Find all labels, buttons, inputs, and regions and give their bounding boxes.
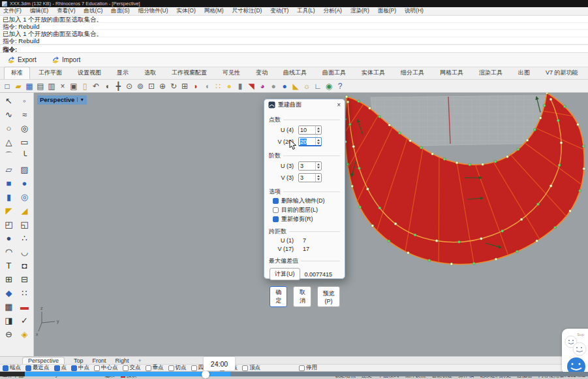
toolbar-tab[interactable]: 工作平面 bbox=[31, 67, 69, 79]
hatch-icon[interactable]: ▦ bbox=[1, 300, 17, 314]
point-count-v-input[interactable]: 20 bbox=[298, 137, 322, 146]
open-file-icon[interactable]: ▰ bbox=[13, 81, 23, 91]
solid-tools-icon[interactable]: ◆ bbox=[1, 286, 17, 300]
annotation-dot-icon[interactable]: ◘ bbox=[17, 259, 33, 272]
u-spinner[interactable] bbox=[315, 126, 321, 134]
lamp-icon[interactable]: ● bbox=[224, 81, 234, 91]
ellipse-icon[interactable]: ◎ bbox=[17, 122, 33, 135]
arc-icon[interactable]: ⌒ bbox=[1, 149, 17, 163]
polyline-icon[interactable]: △ bbox=[1, 135, 17, 149]
color-wheel-icon[interactable]: ◕ bbox=[257, 81, 268, 91]
copy-icon[interactable]: ▣ bbox=[69, 81, 79, 91]
render-globe-icon[interactable]: ◉ bbox=[324, 81, 334, 91]
fillet-edge-icon[interactable]: ◰ bbox=[1, 218, 17, 231]
pan-hand-icon[interactable]: ◖ bbox=[102, 81, 112, 91]
menu-item[interactable]: 说明(H) bbox=[405, 7, 424, 15]
sphere-icon[interactable]: ● bbox=[17, 176, 33, 190]
degree-v-spinner[interactable] bbox=[315, 174, 321, 182]
export-button[interactable]: Export bbox=[7, 56, 37, 64]
menu-item[interactable]: 文件(F) bbox=[3, 7, 22, 15]
undo-icon[interactable]: ↶ bbox=[91, 81, 101, 91]
delete-icon[interactable]: × bbox=[57, 81, 68, 91]
option-checkbox[interactable] bbox=[273, 216, 279, 222]
menu-item[interactable]: 工具(L) bbox=[297, 7, 315, 15]
menu-item[interactable]: 渲染(R) bbox=[350, 7, 369, 15]
rebuild-curve-icon[interactable]: ◡ bbox=[17, 245, 33, 259]
box-icon[interactable]: ■ bbox=[1, 176, 17, 190]
save-icon[interactable]: ▦ bbox=[24, 81, 35, 91]
toolbar-tab[interactable]: 可见性 bbox=[215, 67, 247, 79]
move-icon[interactable]: ╋ bbox=[113, 81, 123, 91]
zoom-extents-icon[interactable]: ⊕ bbox=[157, 81, 168, 91]
rendered-viewport-icon[interactable]: ● bbox=[279, 81, 290, 91]
viewport-title[interactable]: Perspective ▼ bbox=[37, 95, 87, 105]
dialog-option[interactable]: 删除输入物件(D) bbox=[269, 196, 340, 205]
help-icon[interactable]: ? bbox=[335, 81, 345, 91]
new-file-icon[interactable]: □ bbox=[2, 81, 12, 91]
osnap-disable-checkbox[interactable] bbox=[299, 365, 305, 371]
pipe-icon[interactable]: ◎ bbox=[17, 190, 33, 204]
point-icon[interactable]: ◦ bbox=[17, 94, 33, 108]
osnap-checkbox[interactable] bbox=[3, 365, 8, 371]
menu-item[interactable]: 曲线(C) bbox=[84, 7, 103, 15]
osnap-checkbox[interactable] bbox=[54, 365, 60, 371]
rotate-3d-icon[interactable]: ⊖ bbox=[1, 327, 17, 341]
flag-icon[interactable]: ◣ bbox=[290, 81, 301, 91]
menu-item[interactable]: 网格(M) bbox=[204, 7, 224, 15]
osnap-checkbox[interactable] bbox=[25, 365, 31, 371]
boolean-union-icon[interactable]: ● bbox=[1, 231, 17, 245]
toolbar-tab[interactable]: 工作视窗配置 bbox=[164, 67, 214, 79]
selected-value[interactable]: 20 bbox=[300, 139, 307, 145]
toolbar-tab[interactable]: 网格工具 bbox=[433, 67, 471, 79]
video-progress-bar[interactable] bbox=[0, 372, 588, 376]
menu-item[interactable]: 尺寸标注(D) bbox=[232, 7, 262, 15]
viewport-tab[interactable]: Front bbox=[93, 357, 106, 364]
copy-view-icon[interactable]: ▥ bbox=[46, 81, 57, 91]
extrude-icon[interactable]: ◤ bbox=[1, 204, 17, 218]
paste-icon[interactable]: ▯ bbox=[80, 81, 90, 91]
check-icon[interactable]: ✓ bbox=[17, 314, 33, 327]
menu-item[interactable]: 编辑(E) bbox=[30, 7, 48, 15]
osnap-checkbox[interactable] bbox=[94, 365, 100, 371]
osnap-checkbox[interactable] bbox=[191, 365, 197, 371]
degree-v-input[interactable]: 3 bbox=[298, 173, 322, 182]
v-spinner[interactable] bbox=[315, 138, 321, 145]
viewport-tab[interactable]: Perspective bbox=[22, 357, 65, 364]
toolbar-tab[interactable]: 标准 bbox=[4, 67, 30, 79]
toolbar-tab[interactable]: 显示 bbox=[110, 67, 136, 79]
menu-item[interactable]: 分析(A) bbox=[324, 7, 342, 15]
arc-tools-icon[interactable]: ◠ bbox=[1, 245, 17, 259]
osnap-checkbox[interactable] bbox=[123, 365, 129, 371]
menu-item[interactable]: 实体(O) bbox=[177, 7, 196, 15]
gumball-icon[interactable]: ◈ bbox=[17, 327, 33, 341]
menu-item[interactable]: 变动(T) bbox=[270, 7, 288, 15]
array-icon[interactable]: ∷ bbox=[17, 286, 33, 300]
point-cloud-icon[interactable]: ∴ bbox=[17, 231, 33, 245]
toolbar-tab[interactable]: 实体工具 bbox=[354, 67, 392, 79]
text-icon[interactable]: T bbox=[1, 259, 17, 272]
show-objects-icon[interactable]: ◖ bbox=[202, 81, 212, 91]
osnap-checkbox[interactable] bbox=[71, 365, 77, 371]
osnap-checkbox[interactable] bbox=[242, 365, 248, 371]
menu-item[interactable]: 细分物件(U) bbox=[138, 7, 168, 15]
rotate-view-icon[interactable]: ↻ bbox=[168, 81, 179, 91]
cancel-button[interactable]: 取消 bbox=[293, 286, 311, 307]
progress-handle[interactable] bbox=[202, 371, 209, 378]
toolbar-tab[interactable]: 出图 bbox=[511, 67, 537, 79]
surface-plane-icon[interactable]: ▱ bbox=[1, 163, 17, 176]
osnap-checkbox[interactable] bbox=[168, 365, 174, 371]
degree-u-spinner[interactable] bbox=[315, 162, 321, 170]
viewport-tab[interactable]: Right bbox=[116, 357, 129, 364]
zoom-dynamic-icon[interactable]: ⊡ bbox=[146, 81, 157, 91]
layer-icon[interactable]: ◥ bbox=[246, 81, 256, 91]
ok-button[interactable]: 确定 bbox=[270, 286, 287, 307]
block-icon[interactable]: ⊟ bbox=[17, 272, 33, 286]
four-viewports-icon[interactable]: ⊞ bbox=[179, 81, 190, 91]
circle-icon[interactable]: ○ bbox=[1, 122, 17, 135]
select-arrow-icon[interactable]: ↖ bbox=[1, 94, 17, 108]
dialog-option[interactable]: 重新修剪(R) bbox=[269, 214, 340, 223]
dialog-close-icon[interactable]: × bbox=[337, 101, 341, 108]
degree-u-input[interactable]: 3 bbox=[298, 161, 322, 171]
point-count-u-input[interactable]: 10 bbox=[298, 125, 322, 135]
paint-icon[interactable]: ◨ bbox=[1, 314, 17, 327]
